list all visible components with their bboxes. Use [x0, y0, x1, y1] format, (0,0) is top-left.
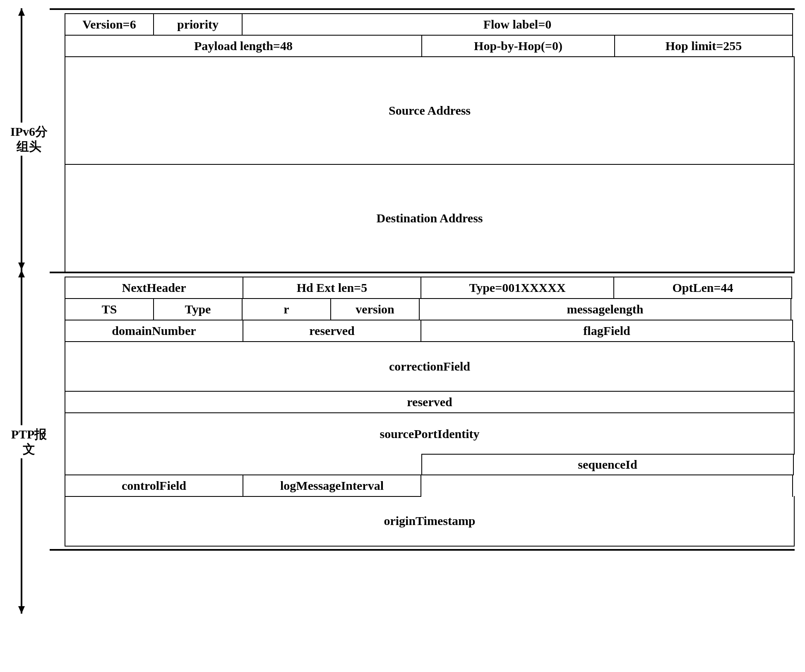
field-flag-field: flagField — [421, 320, 793, 342]
field-source-address: Source Address — [65, 56, 795, 165]
field-flow-label: Flow label=0 — [242, 13, 793, 36]
field-priority: priority — [153, 13, 243, 36]
field-control-field: controlField — [65, 474, 243, 497]
field-reserved-2: reserved — [65, 391, 795, 413]
field-option-type: Type=001XXXXX — [421, 277, 614, 299]
field-message-length: messagelength — [419, 298, 791, 320]
field-ptp-version: version — [330, 298, 420, 320]
field-correction-field: correctionField — [65, 341, 795, 392]
field-log-message-interval: logMessageInterval — [243, 474, 421, 497]
field-origin-timestamp-top — [421, 474, 793, 497]
field-payload-length: Payload length=48 — [65, 35, 422, 57]
field-version: Version=6 — [65, 13, 154, 36]
field-r: r — [242, 298, 331, 320]
field-hop-limit: Hop limit=255 — [614, 35, 793, 57]
field-hop-by-hop: Hop-by-Hop(=0) — [421, 35, 615, 57]
ptp-message-block: NextHeader Hd Ext len=5 Type=001XXXXX Op… — [50, 277, 795, 551]
ipv6-header-block: Version=6 priority Flow label=0 Payload … — [50, 8, 795, 273]
field-opt-len: OptLen=44 — [613, 277, 792, 299]
field-next-header: NextHeader — [65, 277, 243, 299]
field-destination-address: Destination Address — [65, 164, 795, 272]
field-sequence-id: sequenceId — [421, 454, 794, 475]
field-domain-number: domainNumber — [65, 320, 243, 342]
field-origin-timestamp: originTimestamp — [65, 496, 795, 547]
ipv6-section-label: IPv6分组头 — [8, 123, 50, 156]
field-hd-ext-len: Hd Ext len=5 — [243, 277, 421, 299]
field-source-port-identity: sourcePortIdentity — [65, 412, 795, 455]
field-ptp-type: Type — [153, 298, 243, 320]
field-reserved-1: reserved — [243, 320, 421, 342]
ptp-section-label: PTP报文 — [8, 425, 50, 458]
field-ts: TS — [65, 298, 154, 320]
